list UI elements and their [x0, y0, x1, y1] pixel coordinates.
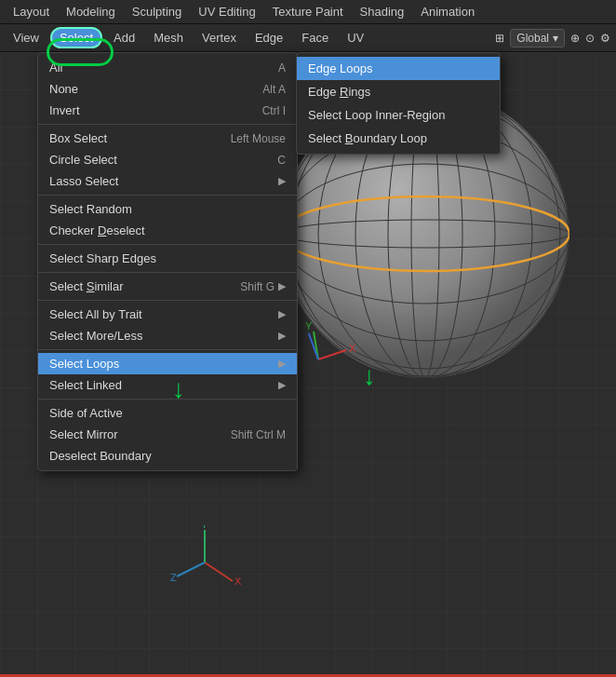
menu-item-select-mirror[interactable]: Select Mirror Shift Ctrl M — [38, 424, 297, 445]
settings-icon[interactable]: ⚙ — [600, 32, 610, 45]
menu-item-checker-deselect[interactable]: Checker Deselect — [38, 220, 297, 241]
green-circle-select — [47, 38, 114, 66]
svg-line-14 — [318, 350, 346, 359]
menu-item-box-select[interactable]: Box Select Left Mouse — [38, 128, 297, 149]
menu-item-select-sharp-edges[interactable]: Select Sharp Edges — [38, 248, 297, 269]
svg-text:Z: Z — [170, 572, 177, 583]
proportional-icon[interactable]: ⊙ — [585, 32, 595, 45]
toolbar-face[interactable]: Face — [294, 29, 336, 47]
topbar-item-texture[interactable]: Texture Paint — [265, 3, 351, 20]
toolbar-view[interactable]: View — [6, 29, 47, 47]
svg-text:X: X — [349, 343, 356, 354]
topbar-item-uv[interactable]: UV Editing — [191, 3, 262, 20]
topbar-item-sculpting[interactable]: Sculpting — [125, 3, 189, 20]
green-arrow-loops: ↓ — [172, 376, 185, 402]
menu-item-select-similar[interactable]: Select Similar Shift G ▶ — [38, 276, 297, 297]
topbar-item-layout[interactable]: Layout — [6, 3, 57, 20]
submenu-item-edge-rings[interactable]: Edge Rings — [297, 80, 500, 103]
separator-3 — [38, 244, 297, 245]
menu-item-select-loops[interactable]: Select Loops ▶ — [38, 353, 297, 374]
world-axis: X Y Z — [167, 525, 242, 603]
global-label: Global — [516, 32, 549, 45]
svg-text:X: X — [234, 575, 242, 587]
toolbar-right: ⊞ Global ▾ ⊕ ⊙ ⚙ — [495, 29, 610, 47]
separator-5 — [38, 300, 297, 301]
toolbar-mesh[interactable]: Mesh — [146, 29, 191, 47]
svg-line-19 — [205, 562, 233, 581]
svg-text:Y: Y — [305, 320, 313, 332]
menu-item-select-all-by-trait[interactable]: Select All by Trait ▶ — [38, 304, 297, 325]
submenu-item-boundary-loop[interactable]: Select Boundary Loop — [297, 127, 500, 150]
green-arrow-edge-loops: ↓ — [363, 363, 376, 389]
toolbar-edge[interactable]: Edge — [248, 29, 290, 47]
menu-item-circle-select[interactable]: Circle Select C — [38, 149, 297, 170]
menu-item-none[interactable]: None Alt A — [38, 78, 297, 100]
top-menu-bar: Layout Modeling Sculpting UV Editing Tex… — [0, 0, 616, 24]
toolbar-vertex[interactable]: Vertex — [194, 29, 244, 47]
toolbar-uv[interactable]: UV — [340, 29, 371, 47]
menu-item-select-linked[interactable]: Select Linked ▶ — [38, 374, 297, 396]
submenu-item-loop-inner-region[interactable]: Select Loop Inner-Region — [297, 103, 500, 127]
separator-6 — [38, 349, 297, 350]
separator-1 — [38, 124, 297, 125]
topbar-item-modeling[interactable]: Modeling — [59, 3, 123, 20]
mode-icon: ⊞ — [495, 32, 504, 45]
submenu-item-edge-loops[interactable]: Edge Loops — [297, 57, 500, 80]
toolbar-add[interactable]: Add — [106, 29, 142, 47]
select-menu: All A None Alt A Invert Ctrl I Box Selec… — [37, 52, 298, 471]
menu-item-select-random[interactable]: Select Random — [38, 198, 297, 220]
chevron-down-icon: ▾ — [553, 32, 558, 45]
menu-item-deselect-boundary[interactable]: Deselect Boundary — [38, 445, 297, 467]
topbar-item-animation[interactable]: Animation — [413, 3, 482, 20]
separator-2 — [38, 195, 297, 196]
global-dropdown[interactable]: Global ▾ — [510, 29, 565, 47]
topbar-item-shading[interactable]: Shading — [353, 3, 412, 20]
snap-icon[interactable]: ⊕ — [570, 32, 580, 45]
menu-item-lasso-select[interactable]: Lasso Select ▶ — [38, 170, 297, 192]
separator-7 — [38, 399, 297, 399]
menu-item-select-more-less[interactable]: Select More/Less ▶ — [38, 325, 297, 346]
separator-4 — [38, 272, 297, 273]
loops-submenu: Edge Loops Edge Rings Select Loop Inner-… — [296, 52, 501, 155]
menu-item-side-of-active[interactable]: Side of Active — [38, 402, 297, 424]
svg-text:Y: Y — [201, 525, 208, 530]
menu-item-invert[interactable]: Invert Ctrl I — [38, 100, 297, 121]
svg-line-23 — [177, 562, 205, 576]
